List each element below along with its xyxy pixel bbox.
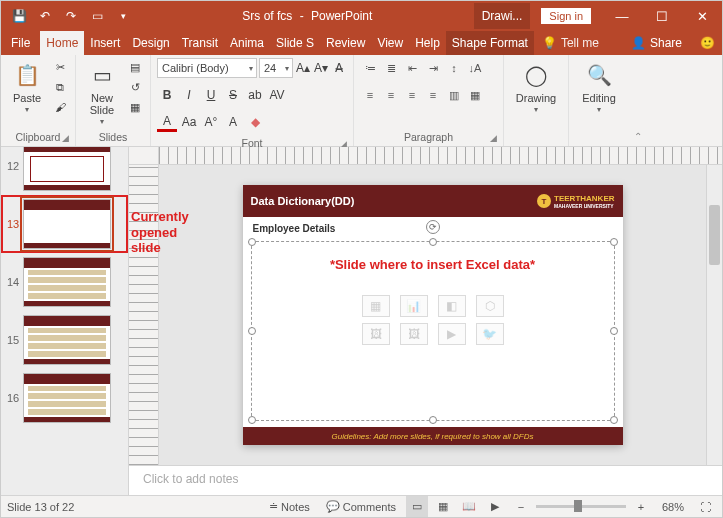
resize-handle[interactable] [248,238,256,246]
italic-button[interactable]: I [179,85,199,105]
zoom-percent[interactable]: 68% [656,501,690,513]
reading-view-button[interactable]: 📖 [458,496,480,517]
char-spacing-button[interactable]: AV [267,85,287,105]
editing-button[interactable]: 🔍 Editing ▾ [575,58,623,114]
clear-formatting-icon[interactable]: A̶ [331,58,347,78]
decrease-indent-button[interactable]: ⇤ [402,58,422,78]
smartart-button[interactable]: ▦ [465,85,485,105]
font-color-button[interactable]: A [157,112,177,132]
notes-toggle[interactable]: ≐Notes [263,496,316,517]
increase-font-icon[interactable]: A▴ [295,58,311,78]
insert-icon-icon[interactable]: 🐦 [476,323,504,345]
align-right-button[interactable]: ≡ [402,85,422,105]
qat-customize-icon[interactable]: ▾ [111,4,135,28]
slide-thumbnail[interactable] [23,199,111,249]
font-name-select[interactable]: Calibri (Body)▾ [157,58,257,78]
slide-canvas[interactable]: Data Dictionary(DD) T TEERTHANKER MAHAVE… [159,165,706,465]
slide-sorter-button[interactable]: ▦ [432,496,454,517]
change-case-button[interactable]: Aa [179,112,199,132]
resize-handle[interactable] [610,416,618,424]
tab-animations[interactable]: Anima [224,31,270,55]
zoom-in-button[interactable]: + [630,501,652,513]
tab-review[interactable]: Review [320,31,371,55]
align-center-button[interactable]: ≡ [381,85,401,105]
insert-video-icon[interactable]: ▶ [438,323,466,345]
sign-in-button[interactable]: Sign in [540,7,592,25]
thumbnail-row[interactable]: 16 [1,369,128,427]
drawing-button[interactable]: ◯ Drawing ▾ [510,58,562,114]
slide-thumbnail[interactable] [23,373,111,423]
fit-to-window-button[interactable]: ⛶ [694,501,716,513]
text-direction-button[interactable]: ↓A [465,58,485,78]
increase-indent-button[interactable]: ⇥ [423,58,443,78]
slide[interactable]: Data Dictionary(DD) T TEERTHANKER MAHAVE… [243,185,623,445]
eraser-icon[interactable]: ◆ [245,112,265,132]
slideshow-button[interactable]: ▶ [484,496,506,517]
bold-button[interactable]: B [157,85,177,105]
collapse-ribbon-icon[interactable]: ⌃ [634,131,642,142]
bullets-button[interactable]: ≔ [360,58,380,78]
resize-handle[interactable] [429,238,437,246]
underline-button[interactable]: U [201,85,221,105]
resize-handle[interactable] [610,238,618,246]
shadow-button[interactable]: ab [245,85,265,105]
thumbnail-row[interactable]: 14 [1,253,128,311]
zoom-slider[interactable] [536,505,626,508]
tab-design[interactable]: Design [126,31,175,55]
tell-me-search[interactable]: 💡 Tell me [534,31,607,55]
slide-thumbnail[interactable] [23,147,111,191]
tab-help[interactable]: Help [409,31,446,55]
tab-shape-format[interactable]: Shape Format [446,31,534,55]
resize-handle[interactable] [248,416,256,424]
cut-button[interactable]: ✂ [51,58,69,76]
maximize-button[interactable]: ☐ [642,1,682,31]
numbering-button[interactable]: ≣ [381,58,401,78]
zoom-out-button[interactable]: − [510,501,532,513]
feedback-smiley-icon[interactable]: 🙂 [692,31,722,55]
scrollbar-thumb[interactable] [709,205,720,265]
save-icon[interactable]: 💾 [7,4,31,28]
normal-view-button[interactable]: ▭ [406,496,428,517]
tab-insert[interactable]: Insert [84,31,126,55]
highlight-button[interactable]: A° [201,112,221,132]
reset-button[interactable]: ↺ [126,78,144,96]
tab-view[interactable]: View [371,31,409,55]
thumbnail-row[interactable]: 13 [1,195,128,253]
format-painter-button[interactable]: 🖌 [51,98,69,116]
new-slide-button[interactable]: ▭ New Slide ▾ [82,58,122,126]
section-button[interactable]: ▦ [126,98,144,116]
thumbnail-row[interactable]: 15 [1,311,128,369]
paste-button[interactable]: 📋 Paste ▾ [7,58,47,114]
dialog-launcher-icon[interactable]: ◢ [62,133,69,143]
align-left-button[interactable]: ≡ [360,85,380,105]
dialog-launcher-icon[interactable]: ◢ [490,133,497,143]
slide-thumbnails-panel[interactable]: 12 13 14 15 16 [1,147,129,495]
copy-button[interactable]: ⧉ [51,78,69,96]
share-button[interactable]: 👤 Share [621,31,692,55]
insert-picture-icon[interactable]: 🖼 [362,323,390,345]
zoom-slider-thumb[interactable] [574,500,582,512]
strikethrough-button[interactable]: S [223,85,243,105]
justify-button[interactable]: ≡ [423,85,443,105]
insert-smartart-icon[interactable]: ◧ [438,295,466,317]
slide-thumbnail[interactable] [23,257,111,307]
line-spacing-button[interactable]: ↕ [444,58,464,78]
undo-icon[interactable]: ↶ [33,4,57,28]
columns-button[interactable]: ▥ [444,85,464,105]
close-button[interactable]: ✕ [682,1,722,31]
insert-3d-icon[interactable]: ⬡ [476,295,504,317]
vertical-ruler[interactable] [129,165,159,465]
minimize-button[interactable]: — [602,1,642,31]
rotate-handle-icon[interactable]: ⟳ [426,220,440,234]
horizontal-ruler[interactable] [129,147,722,165]
font-effect-button[interactable]: A [223,112,243,132]
thumbnail-row[interactable]: 12 [1,147,128,195]
redo-icon[interactable]: ↷ [59,4,83,28]
resize-handle[interactable] [429,416,437,424]
vertical-scrollbar[interactable] [706,165,722,465]
slide-counter[interactable]: Slide 13 of 22 [7,501,74,513]
font-size-select[interactable]: 24▾ [259,58,293,78]
tab-slideshow[interactable]: Slide S [270,31,320,55]
notes-pane[interactable]: Click to add notes [129,465,722,495]
insert-chart-icon[interactable]: 📊 [400,295,428,317]
